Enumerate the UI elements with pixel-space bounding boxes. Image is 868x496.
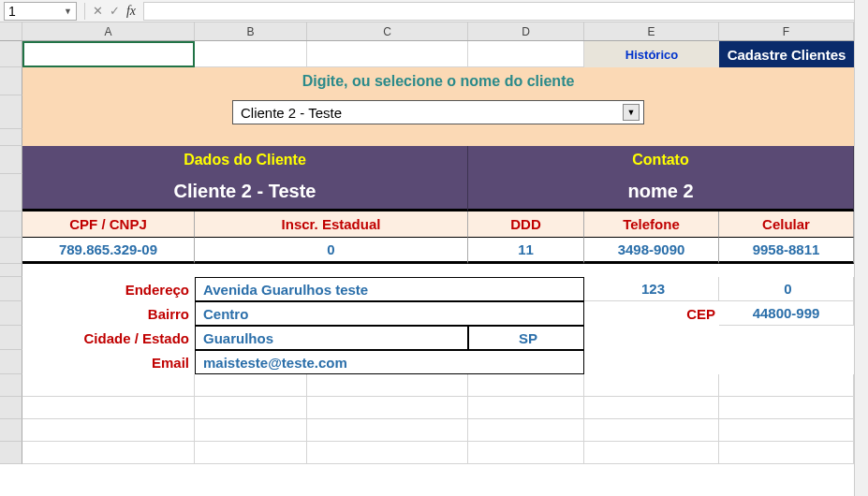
value-endereco[interactable]: Avenida Guarulhos teste (195, 277, 584, 301)
row-header[interactable] (0, 41, 22, 67)
section-contato: Contato (468, 146, 854, 174)
section-dados-do-cliente: Dados do Cliente (22, 146, 468, 174)
prompt-banner: Digite, ou selecione o nome do cliente (22, 67, 854, 95)
chevron-down-icon[interactable]: ▼ (623, 104, 640, 121)
cell[interactable] (468, 442, 584, 464)
row-header[interactable] (0, 419, 22, 442)
row-header[interactable] (0, 174, 22, 212)
cell[interactable] (22, 442, 195, 464)
cell[interactable] (468, 374, 584, 397)
cell[interactable] (468, 41, 584, 67)
col-header-c[interactable]: C (307, 22, 468, 40)
cell[interactable] (584, 397, 719, 419)
col-header-f[interactable]: F (719, 22, 854, 40)
value-celular[interactable]: 9958-8811 (719, 238, 854, 264)
cell[interactable] (307, 442, 468, 464)
confirm-icon[interactable]: ✓ (106, 3, 123, 20)
value-estado[interactable]: SP (468, 326, 584, 350)
cell[interactable] (584, 419, 719, 442)
divider (84, 3, 85, 20)
client-dropdown[interactable]: Cliente 2 - Teste ▼ (232, 100, 644, 124)
cell[interactable] (584, 350, 719, 374)
cell[interactable] (22, 397, 195, 419)
value-cep[interactable]: 44800-999 (719, 301, 854, 326)
client-name: Cliente 2 - Teste (22, 174, 468, 212)
cell[interactable] (195, 374, 307, 397)
value-email[interactable]: maisteste@teste.com (195, 350, 584, 374)
row-header[interactable] (0, 238, 22, 264)
cancel-icon[interactable]: ✕ (89, 3, 106, 20)
worksheet: Histórico Cadastre Clientes Digite, ou s… (0, 41, 868, 464)
row-header[interactable] (0, 67, 22, 95)
row-header[interactable] (0, 374, 22, 397)
name-box-value: 1 (8, 4, 16, 19)
vertical-scrollbar[interactable] (854, 0, 868, 496)
row-header[interactable] (0, 146, 22, 174)
cell[interactable] (719, 374, 854, 397)
cell[interactable] (22, 419, 195, 442)
cell[interactable] (307, 419, 468, 442)
col-header-a[interactable]: A (22, 22, 195, 40)
cell[interactable] (719, 419, 854, 442)
cell[interactable] (307, 41, 468, 67)
column-headers: A B C D E F (0, 22, 868, 41)
label-ddd: DDD (468, 212, 584, 238)
cell[interactable] (719, 442, 854, 464)
name-box[interactable]: 1 ▼ (4, 2, 77, 21)
row-header[interactable] (0, 442, 22, 464)
value-numero[interactable]: 123 (584, 277, 719, 301)
row-header[interactable] (0, 95, 22, 129)
formula-input[interactable] (143, 2, 864, 21)
value-cidade[interactable]: Guarulhos (195, 326, 468, 350)
cell[interactable] (719, 350, 854, 374)
label-bairro: Bairro (22, 301, 195, 326)
value-bairro[interactable]: Centro (195, 301, 584, 326)
cell[interactable] (468, 419, 584, 442)
row-header[interactable] (0, 326, 22, 350)
cell[interactable] (22, 374, 195, 397)
col-header-e[interactable]: E (584, 22, 719, 40)
row-header[interactable] (0, 129, 22, 146)
row-header[interactable] (0, 397, 22, 419)
cell[interactable] (195, 397, 307, 419)
fx-icon[interactable]: fx (123, 3, 140, 20)
label-telefone: Telefone (584, 212, 719, 238)
cell[interactable] (719, 326, 854, 350)
cell[interactable] (307, 397, 468, 419)
client-dropdown-wrap: Cliente 2 - Teste ▼ (22, 95, 854, 129)
value-complemento[interactable]: 0 (719, 277, 854, 301)
col-header-d[interactable]: D (468, 22, 584, 40)
value-cpf-cnpj[interactable]: 789.865.329-09 (22, 238, 195, 264)
historico-button[interactable]: Histórico (584, 41, 719, 67)
cell[interactable] (307, 374, 468, 397)
cell[interactable] (584, 326, 719, 350)
cell[interactable] (195, 419, 307, 442)
cell[interactable] (195, 41, 307, 67)
cell[interactable] (468, 397, 584, 419)
label-inscr-estadual: Inscr. Estadual (195, 212, 468, 238)
label-cidade-estado: Cidade / Estado (22, 326, 195, 350)
label-cpf-cnpj: CPF / CNPJ (22, 212, 195, 238)
row-header[interactable] (0, 212, 22, 238)
cadastre-clientes-button[interactable]: Cadastre Clientes (719, 41, 854, 67)
label-cep: CEP (584, 301, 719, 326)
label-email: Email (22, 350, 195, 374)
row-header[interactable] (0, 277, 22, 301)
row-header[interactable] (0, 350, 22, 374)
cell[interactable] (584, 442, 719, 464)
select-all-corner[interactable] (0, 22, 22, 40)
value-ddd[interactable]: 11 (468, 238, 584, 264)
row-header[interactable] (0, 264, 22, 277)
chevron-down-icon[interactable]: ▼ (64, 7, 72, 16)
cell-a1-selected[interactable] (22, 41, 195, 67)
label-celular: Celular (719, 212, 854, 238)
col-header-b[interactable]: B (195, 22, 307, 40)
banner-filler (22, 129, 854, 146)
row-header[interactable] (0, 301, 22, 326)
cell[interactable] (584, 374, 719, 397)
cell[interactable] (195, 442, 307, 464)
label-endereco: Endereço (22, 277, 195, 301)
value-telefone[interactable]: 3498-9090 (584, 238, 719, 264)
cell[interactable] (719, 397, 854, 419)
value-inscr-estadual[interactable]: 0 (195, 238, 468, 264)
